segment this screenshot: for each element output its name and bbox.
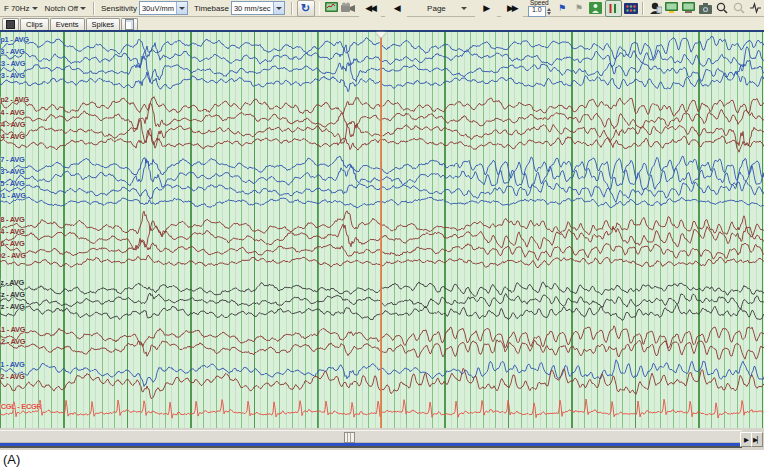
spinner-up-icon[interactable]: [547, 6, 551, 11]
channel-label: A1 - AVG: [0, 325, 25, 334]
figure-caption: (A): [3, 452, 20, 467]
tab-bar: Clips Events Spikes: [0, 17, 764, 30]
chevron-down-icon: [276, 7, 282, 13]
caption-area: (A): [0, 450, 764, 470]
layout-icon: [6, 20, 15, 29]
eeg-trace: [0, 130, 764, 152]
timeline-track[interactable]: [0, 430, 742, 443]
filter-label: F: [4, 4, 9, 13]
tab-layout[interactable]: [2, 18, 19, 30]
notch-label: Notch: [45, 4, 66, 13]
sensitivity-value: 30uV/mm: [142, 4, 174, 13]
toolbar: F 70Hz Notch Off Sensitivity 30uV/mm Tim…: [0, 0, 764, 17]
fast-forward-button[interactable]: ▶▶: [500, 0, 524, 17]
zoom-in-button[interactable]: [715, 1, 730, 16]
timebase-combobox[interactable]: 30 mm/sec: [231, 1, 285, 15]
eeg-trace: [0, 211, 764, 237]
tab-document[interactable]: [121, 18, 138, 30]
cursor-marker-icon[interactable]: [376, 32, 386, 38]
speed-input[interactable]: 1.0: [528, 6, 546, 17]
timebase-value: 30 mm/sec: [234, 4, 271, 13]
time-cursor[interactable]: [380, 32, 382, 428]
acquisition-monitor-button[interactable]: [665, 1, 680, 16]
montage-monitor-button[interactable]: [324, 1, 339, 16]
eeg-trace: [0, 197, 764, 208]
eeg-trace: [0, 71, 764, 92]
electrode-map-button[interactable]: [624, 1, 639, 16]
channel-label: Fp2 - AVG: [0, 95, 29, 104]
snapshot-button[interactable]: [698, 1, 713, 16]
timeline-thumb[interactable]: [344, 432, 355, 443]
previous-icon: ◀: [394, 3, 399, 13]
eeg-panel[interactable]: Fp1 - AVGF3 - AVGC3 - AVGP3 - AVGFp2 - A…: [0, 30, 764, 428]
play-icon: ▶: [744, 436, 748, 444]
eeg-trace: [0, 304, 764, 320]
rewind-icon: ◀◀: [365, 3, 375, 13]
chevron-down-icon[interactable]: [32, 7, 38, 13]
channel-label: T1 - AVG: [0, 360, 24, 369]
spinner-down-icon[interactable]: [547, 12, 551, 17]
channel-label: F3 - AVG: [0, 47, 24, 56]
eeg-traces: [0, 32, 764, 428]
sensitivity-combobox[interactable]: 30uV/mm: [139, 1, 188, 15]
zoom-out-icon: [733, 2, 745, 14]
previous-page-button[interactable]: ◀: [384, 0, 408, 17]
patient-event-icon: [589, 2, 602, 14]
tab-events[interactable]: Events: [50, 18, 85, 30]
notch-dropdown[interactable]: Off: [67, 4, 78, 13]
channel-label: ECGL - ECGR: [0, 402, 42, 411]
page-label: Page: [411, 4, 460, 13]
channel-label: Pz - AVG: [0, 302, 24, 311]
zoom-out-button[interactable]: [732, 1, 747, 16]
eeg-trace: [0, 368, 764, 398]
waveform-tool-button[interactable]: [748, 1, 763, 16]
refresh-icon: ↻: [301, 2, 310, 15]
eeg-trace: [0, 56, 764, 83]
monitor-trend-icon: [682, 2, 696, 14]
remove-marker-button[interactable]: ⚑: [571, 1, 586, 16]
rewind-button[interactable]: ◀◀: [358, 0, 382, 17]
channel-label: Cz - AVG: [0, 290, 25, 299]
combo-drop-button[interactable]: [273, 2, 284, 14]
tab-spikes[interactable]: Spikes: [86, 18, 121, 30]
eeg-trace: [0, 282, 764, 297]
toolbar-separator: [93, 2, 95, 15]
next-page-button[interactable]: ▶: [474, 0, 498, 17]
add-marker-button[interactable]: ⚑: [555, 1, 570, 16]
timebase-label: Timebase: [194, 4, 229, 13]
filter-dropdown[interactable]: 70Hz: [11, 4, 30, 13]
channel-label: P4 - AVG: [0, 132, 25, 141]
video-camera-icon: [341, 2, 356, 14]
eeg-trace: [0, 156, 764, 180]
waveform-icon: [749, 2, 763, 14]
eeg-trace: [0, 120, 764, 148]
patient-info-button[interactable]: [648, 1, 663, 16]
channel-label: T5 - AVG: [0, 179, 24, 188]
page-dropdown[interactable]: Page: [411, 3, 471, 13]
toolbar-separator: [291, 2, 293, 15]
eeg-trace: [0, 181, 764, 203]
chevron-down-icon[interactable]: [80, 7, 86, 13]
bottom-scrollbar: ▶ ▶▏: [0, 428, 764, 450]
channel-display-button[interactable]: [605, 0, 622, 17]
monitor-chart-icon: [325, 2, 339, 14]
skip-to-end-button[interactable]: ▶▏: [751, 432, 763, 447]
speed-spinner[interactable]: [547, 6, 551, 17]
fast-forward-icon: ▶▶: [507, 3, 517, 13]
trend-monitor-button[interactable]: [682, 1, 697, 16]
eeg-trace: [0, 97, 764, 116]
eeg-trace: [0, 240, 764, 261]
tab-clips[interactable]: Clips: [20, 18, 49, 30]
electrode-grid-icon: [624, 3, 638, 14]
channel-label: T6 - AVG: [0, 239, 24, 248]
eeg-trace: [0, 255, 764, 268]
channel-label: T3 - AVG: [0, 167, 24, 176]
refresh-button[interactable]: ↻: [297, 0, 315, 17]
combo-drop-button[interactable]: [176, 2, 187, 14]
patient-event-button[interactable]: [588, 1, 603, 16]
video-review-button[interactable]: [341, 1, 356, 16]
eeg-trace: [0, 293, 764, 309]
monitor-green-icon: [665, 2, 679, 14]
sensitivity-label: Sensitivity: [101, 4, 137, 13]
channel-label: C4 - AVG: [0, 120, 25, 129]
